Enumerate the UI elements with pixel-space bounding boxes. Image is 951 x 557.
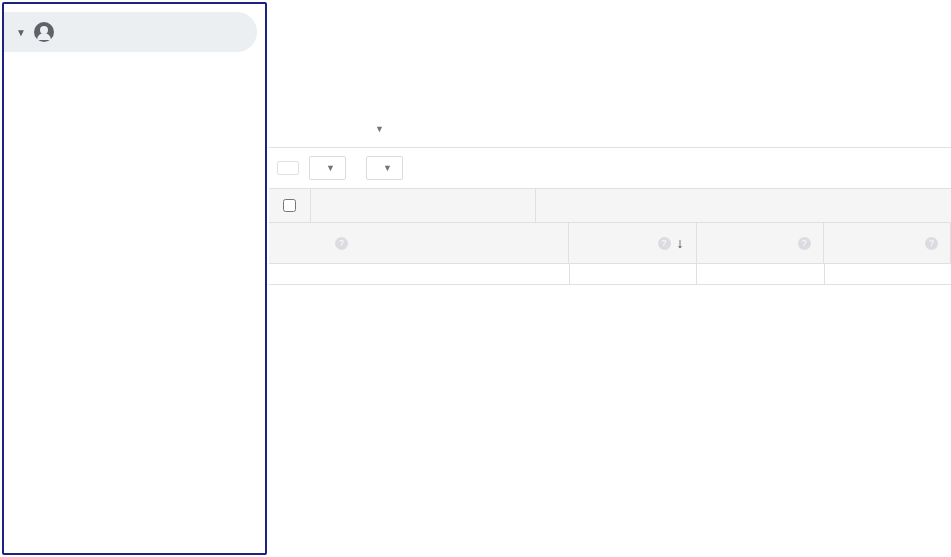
header-checkbox-cell [269,189,311,222]
person-icon [34,22,54,42]
caret-down-icon: ▼ [375,124,384,134]
header-browser[interactable]: ? [269,223,569,263]
plot-rows-button[interactable] [277,161,299,175]
table-header-row1 [269,189,951,223]
help-icon[interactable]: ? [335,237,348,250]
totals-new-users [696,264,823,284]
sidebar-section-audience[interactable]: ▼ [4,12,257,52]
data-table: ? ? ↓ ? ? [269,188,951,557]
primary-dimension-row: ▼ [269,110,951,147]
help-icon[interactable]: ? [658,237,671,250]
sort-arrow-down-icon: ↓ [677,235,684,251]
header-group-acquisition [536,189,951,222]
totals-users [569,264,696,284]
caret-down-icon: ▼ [326,163,335,173]
totals-row [269,264,951,285]
dimension-other[interactable]: ▼ [373,120,384,141]
header-users[interactable]: ? ↓ [569,223,696,263]
main-content: ▼ ▼ ▼ ? ? ↓ ? [269,0,951,557]
table-toolbar: ▼ ▼ [269,147,951,188]
help-icon[interactable]: ? [925,237,938,250]
select-all-checkbox[interactable] [283,199,296,212]
sort-type-dropdown[interactable]: ▼ [366,156,403,180]
header-browser-spacer [311,189,536,222]
totals-sessions [824,264,951,284]
caret-down-icon: ▼ [383,163,392,173]
secondary-dimension-dropdown[interactable]: ▼ [309,156,346,180]
caret-down-icon: ▼ [16,27,26,38]
users-timeseries-chart[interactable] [273,0,941,110]
chart-area [269,0,951,110]
sidebar-audience: ▼ [2,2,267,555]
header-new-users[interactable]: ? [697,223,824,263]
table-header-row2: ? ? ↓ ? ? [269,223,951,264]
header-sessions[interactable]: ? [824,223,951,263]
help-icon[interactable]: ? [798,237,811,250]
